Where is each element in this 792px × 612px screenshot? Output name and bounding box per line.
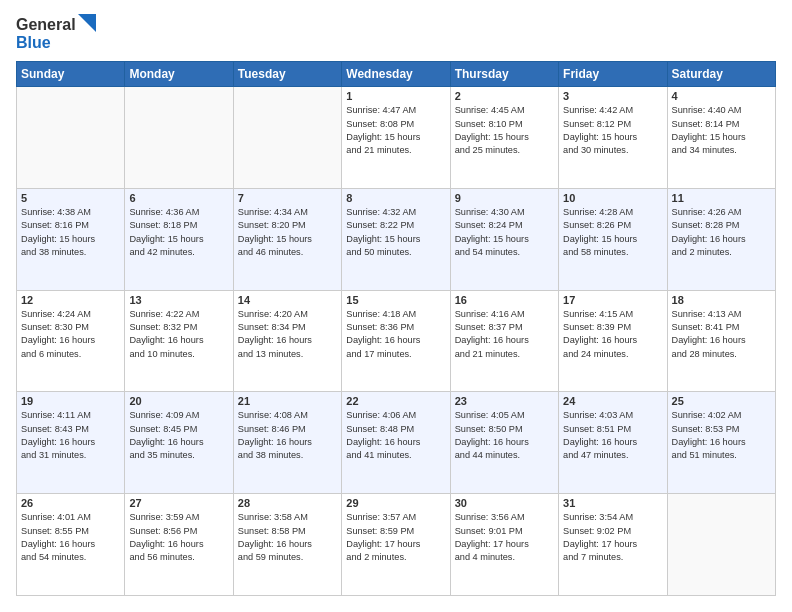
day-info: Sunrise: 4:38 AM Sunset: 8:16 PM Dayligh… (21, 206, 120, 259)
day-info: Sunrise: 4:02 AM Sunset: 8:53 PM Dayligh… (672, 409, 771, 462)
day-number: 25 (672, 395, 771, 407)
calendar-cell: 16Sunrise: 4:16 AM Sunset: 8:37 PM Dayli… (450, 290, 558, 392)
calendar-cell: 31Sunrise: 3:54 AM Sunset: 9:02 PM Dayli… (559, 494, 667, 596)
day-info: Sunrise: 4:20 AM Sunset: 8:34 PM Dayligh… (238, 308, 337, 361)
day-number: 7 (238, 192, 337, 204)
logo-arrow-icon (78, 14, 96, 32)
calendar-cell: 7Sunrise: 4:34 AM Sunset: 8:20 PM Daylig… (233, 188, 341, 290)
day-info: Sunrise: 4:06 AM Sunset: 8:48 PM Dayligh… (346, 409, 445, 462)
day-info: Sunrise: 4:08 AM Sunset: 8:46 PM Dayligh… (238, 409, 337, 462)
day-number: 29 (346, 497, 445, 509)
calendar-header-row: SundayMondayTuesdayWednesdayThursdayFrid… (17, 62, 776, 87)
calendar-cell (667, 494, 775, 596)
day-info: Sunrise: 4:30 AM Sunset: 8:24 PM Dayligh… (455, 206, 554, 259)
day-number: 21 (238, 395, 337, 407)
day-number: 24 (563, 395, 662, 407)
day-info: Sunrise: 4:09 AM Sunset: 8:45 PM Dayligh… (129, 409, 228, 462)
calendar-table: SundayMondayTuesdayWednesdayThursdayFrid… (16, 61, 776, 596)
calendar-cell: 24Sunrise: 4:03 AM Sunset: 8:51 PM Dayli… (559, 392, 667, 494)
calendar-cell: 23Sunrise: 4:05 AM Sunset: 8:50 PM Dayli… (450, 392, 558, 494)
calendar-cell: 21Sunrise: 4:08 AM Sunset: 8:46 PM Dayli… (233, 392, 341, 494)
day-info: Sunrise: 4:01 AM Sunset: 8:55 PM Dayligh… (21, 511, 120, 564)
calendar-cell: 2Sunrise: 4:45 AM Sunset: 8:10 PM Daylig… (450, 87, 558, 189)
calendar-cell (17, 87, 125, 189)
day-number: 26 (21, 497, 120, 509)
svg-marker-0 (78, 14, 96, 32)
day-number: 10 (563, 192, 662, 204)
day-number: 1 (346, 90, 445, 102)
day-number: 6 (129, 192, 228, 204)
calendar-cell: 28Sunrise: 3:58 AM Sunset: 8:58 PM Dayli… (233, 494, 341, 596)
day-number: 17 (563, 294, 662, 306)
logo-general: General (16, 16, 76, 34)
day-info: Sunrise: 4:03 AM Sunset: 8:51 PM Dayligh… (563, 409, 662, 462)
day-number: 5 (21, 192, 120, 204)
calendar-cell: 26Sunrise: 4:01 AM Sunset: 8:55 PM Dayli… (17, 494, 125, 596)
day-info: Sunrise: 4:34 AM Sunset: 8:20 PM Dayligh… (238, 206, 337, 259)
col-header-saturday: Saturday (667, 62, 775, 87)
col-header-sunday: Sunday (17, 62, 125, 87)
day-info: Sunrise: 4:18 AM Sunset: 8:36 PM Dayligh… (346, 308, 445, 361)
calendar-cell: 4Sunrise: 4:40 AM Sunset: 8:14 PM Daylig… (667, 87, 775, 189)
day-number: 30 (455, 497, 554, 509)
day-info: Sunrise: 3:56 AM Sunset: 9:01 PM Dayligh… (455, 511, 554, 564)
day-number: 13 (129, 294, 228, 306)
day-info: Sunrise: 4:15 AM Sunset: 8:39 PM Dayligh… (563, 308, 662, 361)
calendar-cell: 22Sunrise: 4:06 AM Sunset: 8:48 PM Dayli… (342, 392, 450, 494)
day-info: Sunrise: 3:58 AM Sunset: 8:58 PM Dayligh… (238, 511, 337, 564)
calendar-cell: 27Sunrise: 3:59 AM Sunset: 8:56 PM Dayli… (125, 494, 233, 596)
calendar-cell: 10Sunrise: 4:28 AM Sunset: 8:26 PM Dayli… (559, 188, 667, 290)
day-info: Sunrise: 4:24 AM Sunset: 8:30 PM Dayligh… (21, 308, 120, 361)
day-info: Sunrise: 4:05 AM Sunset: 8:50 PM Dayligh… (455, 409, 554, 462)
day-number: 11 (672, 192, 771, 204)
day-number: 9 (455, 192, 554, 204)
week-row-3: 12Sunrise: 4:24 AM Sunset: 8:30 PM Dayli… (17, 290, 776, 392)
calendar-cell: 25Sunrise: 4:02 AM Sunset: 8:53 PM Dayli… (667, 392, 775, 494)
day-number: 16 (455, 294, 554, 306)
day-info: Sunrise: 4:36 AM Sunset: 8:18 PM Dayligh… (129, 206, 228, 259)
calendar-cell: 9Sunrise: 4:30 AM Sunset: 8:24 PM Daylig… (450, 188, 558, 290)
logo: General Blue (16, 16, 96, 51)
page: General Blue SundayMondayTuesdayWednesda… (0, 0, 792, 612)
day-info: Sunrise: 4:16 AM Sunset: 8:37 PM Dayligh… (455, 308, 554, 361)
calendar-cell: 29Sunrise: 3:57 AM Sunset: 8:59 PM Dayli… (342, 494, 450, 596)
day-number: 19 (21, 395, 120, 407)
day-info: Sunrise: 4:32 AM Sunset: 8:22 PM Dayligh… (346, 206, 445, 259)
day-number: 12 (21, 294, 120, 306)
day-number: 15 (346, 294, 445, 306)
col-header-tuesday: Tuesday (233, 62, 341, 87)
calendar-cell: 15Sunrise: 4:18 AM Sunset: 8:36 PM Dayli… (342, 290, 450, 392)
calendar-cell: 20Sunrise: 4:09 AM Sunset: 8:45 PM Dayli… (125, 392, 233, 494)
calendar-cell: 5Sunrise: 4:38 AM Sunset: 8:16 PM Daylig… (17, 188, 125, 290)
col-header-wednesday: Wednesday (342, 62, 450, 87)
day-number: 31 (563, 497, 662, 509)
day-number: 4 (672, 90, 771, 102)
day-info: Sunrise: 4:40 AM Sunset: 8:14 PM Dayligh… (672, 104, 771, 157)
day-number: 18 (672, 294, 771, 306)
day-info: Sunrise: 3:57 AM Sunset: 8:59 PM Dayligh… (346, 511, 445, 564)
day-info: Sunrise: 3:59 AM Sunset: 8:56 PM Dayligh… (129, 511, 228, 564)
day-number: 23 (455, 395, 554, 407)
calendar-cell (125, 87, 233, 189)
day-number: 28 (238, 497, 337, 509)
day-info: Sunrise: 4:47 AM Sunset: 8:08 PM Dayligh… (346, 104, 445, 157)
day-info: Sunrise: 4:11 AM Sunset: 8:43 PM Dayligh… (21, 409, 120, 462)
week-row-5: 26Sunrise: 4:01 AM Sunset: 8:55 PM Dayli… (17, 494, 776, 596)
day-number: 3 (563, 90, 662, 102)
day-number: 8 (346, 192, 445, 204)
calendar-cell: 1Sunrise: 4:47 AM Sunset: 8:08 PM Daylig… (342, 87, 450, 189)
week-row-2: 5Sunrise: 4:38 AM Sunset: 8:16 PM Daylig… (17, 188, 776, 290)
col-header-monday: Monday (125, 62, 233, 87)
day-number: 14 (238, 294, 337, 306)
day-number: 22 (346, 395, 445, 407)
calendar-cell: 17Sunrise: 4:15 AM Sunset: 8:39 PM Dayli… (559, 290, 667, 392)
day-info: Sunrise: 4:28 AM Sunset: 8:26 PM Dayligh… (563, 206, 662, 259)
week-row-1: 1Sunrise: 4:47 AM Sunset: 8:08 PM Daylig… (17, 87, 776, 189)
calendar-cell: 18Sunrise: 4:13 AM Sunset: 8:41 PM Dayli… (667, 290, 775, 392)
calendar-cell: 6Sunrise: 4:36 AM Sunset: 8:18 PM Daylig… (125, 188, 233, 290)
week-row-4: 19Sunrise: 4:11 AM Sunset: 8:43 PM Dayli… (17, 392, 776, 494)
calendar-cell: 14Sunrise: 4:20 AM Sunset: 8:34 PM Dayli… (233, 290, 341, 392)
calendar-cell: 19Sunrise: 4:11 AM Sunset: 8:43 PM Dayli… (17, 392, 125, 494)
calendar-cell: 30Sunrise: 3:56 AM Sunset: 9:01 PM Dayli… (450, 494, 558, 596)
calendar-cell: 12Sunrise: 4:24 AM Sunset: 8:30 PM Dayli… (17, 290, 125, 392)
